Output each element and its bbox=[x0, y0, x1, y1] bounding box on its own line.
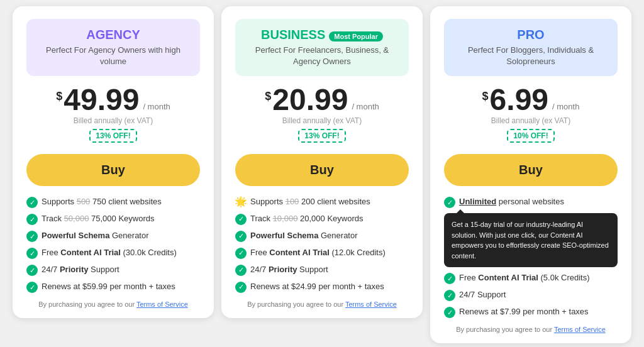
business-tos-link[interactable]: Terms of Service bbox=[345, 300, 397, 308]
feature-text: Free Content AI Trial (12.0k Credits) bbox=[250, 247, 386, 258]
pro-features-list: ✓Unlimited personal websitesGet a 15-day… bbox=[444, 196, 618, 318]
feature-text: Renews at $59.99 per month + taxes bbox=[42, 281, 175, 292]
business-price-period: / month bbox=[352, 102, 379, 111]
feature-item: ✓Free Content AI Trial (30.0k Credits) bbox=[26, 247, 200, 259]
business-header: BUSINESSMost PopularPerfect For Freelanc… bbox=[235, 19, 409, 76]
check-icon: ✓ bbox=[235, 248, 247, 259]
feature-item: ✓Free Content AI Trial (5.0k Credits) bbox=[444, 272, 618, 284]
check-icon: ✓ bbox=[235, 214, 247, 225]
business-plan-desc: Perfect For Freelancers, Business, & Age… bbox=[245, 45, 399, 67]
most-popular-badge: Most Popular bbox=[329, 31, 383, 41]
feature-text: Powerful Schema Generator bbox=[250, 230, 358, 241]
pricing-container: AGENCYPerfect For Agency Owners with hig… bbox=[6, 6, 638, 343]
business-billed-text: Billed annually (ex VAT) bbox=[235, 116, 409, 125]
pro-header: PROPerfect For Bloggers, Individuals & S… bbox=[444, 19, 618, 76]
feature-item: ✓24/7 Support bbox=[444, 289, 618, 301]
feature-item: ✓Supports 500 750 client websites bbox=[26, 196, 200, 208]
pro-tos-link[interactable]: Terms of Service bbox=[554, 326, 606, 333]
agency-buy-button[interactable]: Buy bbox=[26, 154, 200, 186]
check-icon: ✓ bbox=[235, 282, 247, 293]
feature-text: 24/7 Support bbox=[459, 289, 506, 300]
business-features-list: 🌟Supports 100 200 client websites✓Track … bbox=[235, 196, 409, 292]
feature-text: Supports 100 200 client websites bbox=[250, 196, 370, 207]
feature-item: ✓Renews at $7.99 per month + taxes bbox=[444, 306, 618, 318]
feature-text: Free Content AI Trial (30.0k Credits) bbox=[42, 247, 177, 258]
check-icon: ✓ bbox=[26, 282, 38, 293]
agency-price-period: / month bbox=[143, 102, 170, 111]
feature-item: ✓24/7 Priority Support bbox=[26, 264, 200, 276]
feature-text: Track 50,000 75,000 Keywords bbox=[42, 213, 154, 224]
feature-item: ✓24/7 Priority Support bbox=[235, 264, 409, 276]
pro-buy-button[interactable]: Buy bbox=[444, 154, 618, 186]
agency-price-section: $49.99/ monthBilled annually (ex VAT)13%… bbox=[26, 85, 200, 149]
feature-item: ✓Powerful Schema Generator bbox=[26, 230, 200, 242]
agency-plan-desc: Perfect For Agency Owners with high volu… bbox=[36, 45, 190, 67]
feature-text: Unlimited personal websites bbox=[459, 196, 564, 207]
agency-features-list: ✓Supports 500 750 client websites✓Track … bbox=[26, 196, 200, 293]
check-icon: ✓ bbox=[444, 307, 455, 318]
agency-discount-badge: 13% OFF! bbox=[89, 129, 136, 143]
feature-item: 🌟Supports 100 200 client websites bbox=[235, 196, 409, 207]
feature-item: ✓Track 10,000 20,000 Keywords bbox=[235, 213, 409, 225]
agency-tos: By purchasing you agree to our Terms of … bbox=[26, 300, 200, 308]
agency-billed-text: Billed annually (ex VAT) bbox=[26, 116, 200, 125]
feature-item: ✓Powerful Schema Generator bbox=[235, 230, 409, 242]
pro-discount-badge: 10% OFF! bbox=[507, 129, 554, 143]
card-business: BUSINESSMost PopularPerfect For Freelanc… bbox=[221, 6, 423, 318]
feature-text: Renews at $7.99 per month + taxes bbox=[459, 306, 589, 317]
business-plan-name: BUSINESS bbox=[261, 28, 325, 42]
business-price-dollar: $ bbox=[265, 90, 271, 103]
check-icon: ✓ bbox=[444, 197, 455, 208]
feature-item: ✓Renews at $59.99 per month + taxes bbox=[26, 281, 200, 293]
business-discount-badge: 13% OFF! bbox=[298, 129, 345, 143]
pro-plan-name: PRO bbox=[517, 28, 544, 42]
feature-text: 24/7 Priority Support bbox=[250, 264, 328, 275]
check-icon: ✓ bbox=[444, 290, 455, 301]
check-icon: ✓ bbox=[26, 197, 38, 208]
card-pro: PROPerfect For Bloggers, Individuals & S… bbox=[430, 6, 631, 343]
feature-text: Powerful Schema Generator bbox=[42, 230, 149, 241]
business-price-amount: 20.99 bbox=[272, 85, 348, 115]
feature-item: ✓Track 50,000 75,000 Keywords bbox=[26, 213, 200, 225]
pro-price-section: $6.99/ monthBilled annually (ex VAT)10% … bbox=[444, 85, 618, 149]
card-agency: AGENCYPerfect For Agency Owners with hig… bbox=[13, 6, 214, 318]
pro-price-dollar: $ bbox=[482, 90, 489, 103]
check-icon: ✓ bbox=[444, 273, 455, 284]
business-buy-button[interactable]: Buy bbox=[235, 154, 409, 186]
check-icon: ✓ bbox=[26, 265, 38, 276]
agency-tos-link[interactable]: Terms of Service bbox=[136, 300, 188, 308]
feature-item: ✓Free Content AI Trial (12.0k Credits) bbox=[235, 247, 409, 259]
business-tos: By purchasing you agree to our Terms of … bbox=[235, 300, 409, 308]
feature-text: Track 10,000 20,000 Keywords bbox=[250, 213, 363, 224]
agency-plan-name: AGENCY bbox=[86, 28, 140, 42]
agency-header: AGENCYPerfect For Agency Owners with hig… bbox=[26, 19, 200, 76]
feature-text: Supports 500 750 client websites bbox=[42, 196, 162, 207]
check-icon: ✓ bbox=[26, 231, 38, 242]
agency-price-dollar: $ bbox=[56, 90, 62, 103]
business-price-section: $20.99/ monthBilled annually (ex VAT)13%… bbox=[235, 85, 409, 149]
check-icon: ✓ bbox=[26, 214, 38, 225]
check-icon: ✓ bbox=[235, 231, 247, 242]
pro-price-period: / month bbox=[552, 102, 579, 111]
pro-billed-text: Billed annually (ex VAT) bbox=[444, 116, 618, 125]
pro-price-amount: 6.99 bbox=[490, 85, 548, 115]
pro-plan-desc: Perfect For Bloggers, Individuals & Solo… bbox=[454, 45, 608, 67]
feature-text: Renews at $24.99 per month + taxes bbox=[250, 281, 384, 292]
pro-tos: By purchasing you agree to our Terms of … bbox=[444, 326, 618, 333]
feature-text: 24/7 Priority Support bbox=[42, 264, 119, 275]
feature-text: Free Content AI Trial (5.0k Credits) bbox=[459, 272, 590, 284]
check-icon: ✓ bbox=[26, 248, 38, 259]
check-icon: ✓ bbox=[235, 265, 247, 276]
sun-icon: 🌟 bbox=[235, 196, 247, 207]
feature-item: ✓Unlimited personal websites bbox=[444, 196, 618, 208]
agency-price-amount: 49.99 bbox=[64, 85, 139, 115]
ai-tooltip: Get a 15-day trial of our industry-leadi… bbox=[444, 213, 618, 267]
feature-item: ✓Renews at $24.99 per month + taxes bbox=[235, 281, 409, 293]
